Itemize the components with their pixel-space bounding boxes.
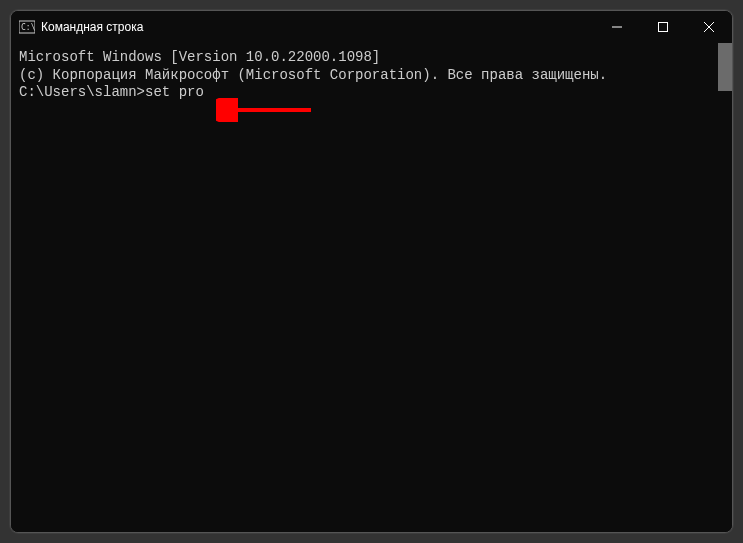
copyright-line: (c) Корпорация Майкрософт (Microsoft Cor… — [19, 67, 724, 85]
window-title: Командная строка — [41, 20, 594, 34]
terminal-area[interactable]: Microsoft Windows [Version 10.0.22000.10… — [11, 43, 732, 532]
typed-command: set pro — [145, 84, 204, 102]
close-button[interactable] — [686, 11, 732, 43]
prompt-path: C:\Users\slamn> — [19, 84, 145, 102]
window-controls — [594, 11, 732, 43]
minimize-button[interactable] — [594, 11, 640, 43]
cmd-icon: C:\ — [19, 19, 35, 35]
prompt-line: C:\Users\slamn>set pro — [19, 84, 724, 102]
vertical-scrollbar[interactable] — [718, 43, 732, 91]
version-line: Microsoft Windows [Version 10.0.22000.10… — [19, 49, 724, 67]
annotation-arrow-icon — [216, 98, 316, 122]
svg-text:C:\: C:\ — [21, 23, 35, 32]
titlebar[interactable]: C:\ Командная строка — [11, 11, 732, 43]
command-prompt-window: C:\ Командная строка Microsoft Windows [… — [10, 10, 733, 533]
svg-rect-3 — [659, 23, 668, 32]
maximize-button[interactable] — [640, 11, 686, 43]
